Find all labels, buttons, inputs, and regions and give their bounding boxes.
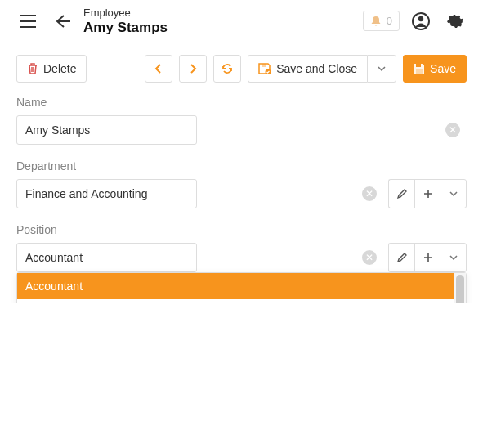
svg-point-1 <box>418 16 423 21</box>
chevron-down-icon <box>449 191 458 196</box>
close-icon: ✕ <box>449 124 457 136</box>
clear-department-button[interactable]: ✕ <box>362 186 377 201</box>
position-dropdown-panel: AccountantAssistant to the Chief Financi… <box>16 272 467 303</box>
back-button[interactable] <box>49 8 75 34</box>
department-dropdown-toggle[interactable] <box>441 179 467 208</box>
header-titles: Employee Amy Stamps <box>83 7 355 36</box>
svg-rect-2 <box>262 64 266 67</box>
user-button[interactable] <box>408 8 434 34</box>
svg-rect-5 <box>416 69 423 74</box>
position-dropdown-toggle[interactable] <box>441 243 467 272</box>
department-actions <box>388 179 467 208</box>
prev-button[interactable] <box>145 55 172 83</box>
hamburger-icon <box>20 15 36 28</box>
name-input[interactable] <box>16 115 197 145</box>
trash-icon <box>27 63 38 74</box>
close-icon: ✕ <box>365 252 373 263</box>
name-label: Name <box>16 96 467 109</box>
bell-icon <box>370 16 382 27</box>
pencil-icon <box>396 188 408 199</box>
position-label: Position <box>16 223 467 236</box>
header-bar: Employee Amy Stamps 0 <box>0 0 483 43</box>
save-close-dropdown-toggle[interactable] <box>367 55 396 83</box>
save-label: Save <box>430 62 456 75</box>
notification-count: 0 <box>387 15 392 27</box>
position-input[interactable] <box>16 243 197 272</box>
position-dropdown-list: AccountantAssistant to the Chief Financi… <box>17 273 454 303</box>
clear-position-button[interactable]: ✕ <box>362 250 377 265</box>
next-button[interactable] <box>179 55 207 83</box>
chevron-left-icon <box>154 63 163 74</box>
delete-button[interactable]: Delete <box>16 55 87 83</box>
field-department: Department ✕ <box>16 159 467 208</box>
plus-icon <box>423 189 433 199</box>
form-content: Name ✕ Department ✕ <box>0 96 483 303</box>
chevron-right-icon <box>189 63 197 74</box>
save-close-group: Save and Close <box>248 55 396 83</box>
gear-icon <box>447 13 463 29</box>
floppy-icon <box>414 63 425 74</box>
position-actions <box>388 243 467 272</box>
floppy-check-icon <box>258 63 271 74</box>
user-icon <box>412 12 430 30</box>
settings-button[interactable] <box>442 8 468 34</box>
header-subtitle: Employee <box>83 7 355 20</box>
page-title: Amy Stamps <box>83 20 355 36</box>
scroll-thumb[interactable] <box>456 275 464 303</box>
chevron-down-icon <box>378 66 386 71</box>
position-option[interactable]: Accountant <box>17 273 454 299</box>
save-and-close-button[interactable]: Save and Close <box>248 55 367 83</box>
clear-name-button[interactable]: ✕ <box>445 123 460 137</box>
department-label: Department <box>16 159 467 172</box>
delete-label: Delete <box>43 62 76 75</box>
position-edit-button[interactable] <box>388 243 414 272</box>
toolbar: Delete Save and Close S <box>0 43 483 96</box>
refresh-button[interactable] <box>213 55 241 83</box>
plus-icon <box>423 253 433 262</box>
field-position: Position ✕ <box>16 223 467 272</box>
notification-badge[interactable]: 0 <box>363 11 400 31</box>
position-option[interactable]: Assistant to the Chief Financial Officer <box>17 299 454 303</box>
department-input[interactable] <box>16 179 197 208</box>
arrow-left-icon <box>54 15 70 28</box>
dropdown-scrollbar[interactable] <box>454 273 466 303</box>
save-close-label: Save and Close <box>276 62 357 75</box>
chevron-down-icon <box>449 255 458 260</box>
pencil-icon <box>396 252 408 263</box>
save-button[interactable]: Save <box>403 55 467 83</box>
field-name: Name ✕ <box>16 96 467 145</box>
svg-rect-4 <box>416 64 421 67</box>
menu-button[interactable] <box>15 8 41 34</box>
department-edit-button[interactable] <box>388 179 414 208</box>
position-add-button[interactable] <box>414 243 441 272</box>
department-add-button[interactable] <box>414 179 441 208</box>
close-icon: ✕ <box>365 188 373 199</box>
refresh-icon <box>221 63 234 74</box>
